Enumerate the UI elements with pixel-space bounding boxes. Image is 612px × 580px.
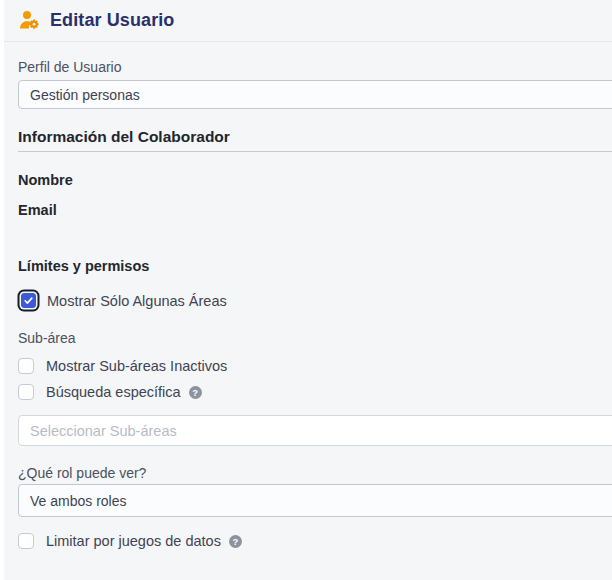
email-label: Email: [18, 203, 612, 218]
limit-datasets-checkbox-row[interactable]: Limitar por juegos de datos ?: [18, 533, 612, 549]
role-select-value: Ve ambos roles: [30, 493, 127, 509]
profile-select[interactable]: Gestión personas: [18, 80, 612, 109]
show-areas-checkbox[interactable]: [21, 293, 36, 308]
section-divider: [18, 151, 612, 152]
edit-user-panel: Editar Usuario Perfil de Usuario Gestión…: [4, 0, 612, 580]
limit-datasets-checkbox-label: Limitar por juegos de datos: [46, 533, 221, 549]
limits-section-heading: Límites y permisos: [18, 259, 612, 274]
role-select[interactable]: Ve ambos roles: [18, 484, 612, 517]
show-inactive-checkbox-row[interactable]: Mostrar Sub-áreas Inactivos: [18, 358, 612, 374]
help-icon[interactable]: ?: [229, 535, 242, 548]
limit-datasets-checkbox[interactable]: [18, 533, 34, 549]
form-content: Perfil de Usuario Gestión personas Infor…: [4, 60, 612, 549]
show-areas-checkbox-label: Mostrar Sólo Algunas Áreas: [47, 293, 227, 309]
gear-glyph: [29, 20, 38, 29]
show-inactive-checkbox[interactable]: [18, 358, 34, 374]
specific-search-checkbox[interactable]: [18, 384, 34, 400]
profile-label: Perfil de Usuario: [18, 60, 612, 74]
specific-search-checkbox-row[interactable]: Búsqueda específica ?: [18, 384, 612, 400]
subarea-select-input[interactable]: [18, 415, 612, 446]
show-inactive-checkbox-label: Mostrar Sub-áreas Inactivos: [46, 358, 227, 374]
profile-select-value: Gestión personas: [30, 87, 140, 103]
checkmark-icon: [23, 295, 34, 306]
name-label: Nombre: [18, 173, 612, 188]
user-gear-icon: [18, 9, 41, 32]
collaborator-section-heading: Información del Colaborador: [18, 128, 612, 146]
help-icon[interactable]: ?: [189, 386, 202, 399]
subarea-label: Sub-área: [18, 331, 612, 345]
specific-search-checkbox-label: Búsqueda específica: [46, 384, 181, 400]
page-title: Editar Usuario: [50, 10, 174, 31]
role-question-label: ¿Qué rol puede ver?: [18, 466, 612, 480]
panel-header: Editar Usuario: [4, 0, 612, 42]
show-areas-checkbox-row[interactable]: Mostrar Sólo Algunas Áreas: [17, 289, 612, 312]
